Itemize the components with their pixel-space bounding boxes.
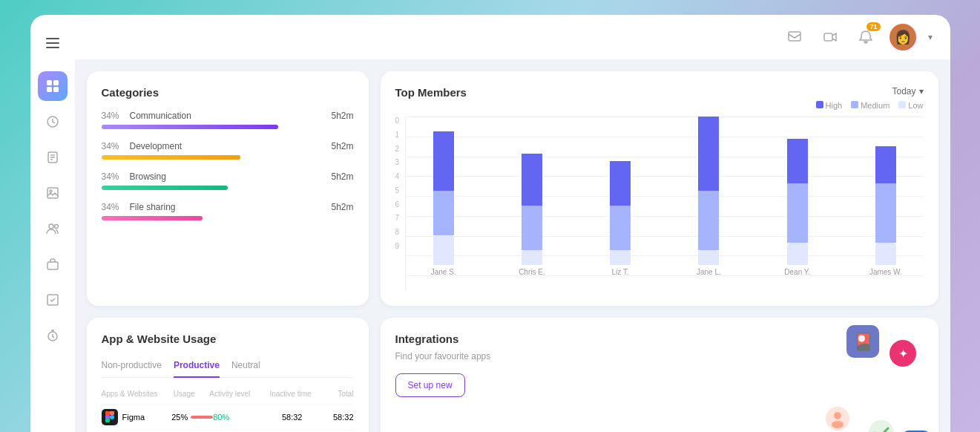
category-row-browsing: 34% Browsing 5h2m <box>102 171 354 190</box>
topbar: 71 👩 ▾ <box>75 15 950 59</box>
bar-medium <box>433 191 454 235</box>
integration-icon-person <box>826 407 849 432</box>
category-row-development: 34% Development 5h2m <box>102 141 354 160</box>
sidebar-item-reports[interactable] <box>38 143 68 172</box>
bar-label: Liz T. <box>612 268 629 276</box>
app-usage-tabs: Non-productive Productive Neutral <box>102 360 354 378</box>
bar-jane-s: Jane S. <box>406 131 481 276</box>
bar-medium <box>610 206 631 250</box>
app-usage-card: App & Website Usage Non-productive Produ… <box>87 318 369 432</box>
sidebar-item-tasks[interactable] <box>38 285 68 315</box>
category-name: Development <box>130 141 332 151</box>
sidebar <box>30 15 75 432</box>
svg-point-37 <box>832 421 843 428</box>
inactive-col-figma: 58:32 <box>266 413 318 422</box>
table-header: Apps & Websites Usage Activity level Ina… <box>102 387 354 401</box>
category-name: Communication <box>130 111 332 121</box>
main-content: 71 👩 ▾ Categories 34% Communication 5h2m <box>75 15 950 432</box>
bar-chart: 9 8 7 6 5 4 3 2 1 0 <box>395 117 924 291</box>
total-col-figma: 58:32 <box>318 413 353 422</box>
y-axis: 9 8 7 6 5 4 3 2 1 0 <box>395 117 400 265</box>
svg-rect-17 <box>789 32 800 41</box>
inactive-time-figma: 58:32 <box>282 413 303 422</box>
svg-point-12 <box>54 225 58 229</box>
notification-count: 71 <box>866 22 880 31</box>
bar-low <box>610 250 631 265</box>
category-progress-bar <box>102 125 278 129</box>
bar-high <box>698 117 719 191</box>
avatar-image: 👩 <box>890 24 915 50</box>
figma-logo <box>102 409 118 425</box>
bar-dean-y: Dean Y. <box>760 139 835 276</box>
sidebar-item-media[interactable] <box>38 178 68 208</box>
setup-new-button[interactable]: Set up new <box>395 373 465 397</box>
sidebar-item-dashboard[interactable] <box>38 71 68 101</box>
sidebar-item-time[interactable] <box>38 107 68 137</box>
legend-low-dot <box>898 101 906 108</box>
bar-low <box>698 250 719 265</box>
activity-pct-figma: 80% <box>213 413 229 422</box>
notification-bell[interactable]: 71 <box>854 25 878 49</box>
category-name: Browsing <box>130 171 332 182</box>
bar-high <box>522 154 542 206</box>
integrations-card: Integrations Find your favourite apps Se… <box>381 318 938 432</box>
tab-non-productive[interactable]: Non-productive <box>102 360 162 378</box>
integrations-subtitle: Find your favourite apps <box>395 351 924 361</box>
hamburger-button[interactable] <box>39 30 66 56</box>
categories-card: Categories 34% Communication 5h2m 34% De… <box>87 71 369 306</box>
col-activity-header: Activity level <box>209 390 263 398</box>
chat-icon[interactable] <box>783 25 806 49</box>
svg-rect-21 <box>105 415 110 419</box>
top-members-card: Top Members Today ▾ High Medium Low <box>381 71 938 306</box>
bar-medium <box>875 183 896 243</box>
svg-rect-22 <box>105 419 110 422</box>
category-time: 5h2m <box>331 141 353 151</box>
svg-point-11 <box>49 224 53 229</box>
bar-label: James W. <box>869 268 902 276</box>
sidebar-item-projects[interactable] <box>38 249 68 279</box>
usage-bar-figma <box>191 416 213 419</box>
category-pct: 34% <box>102 171 124 182</box>
video-icon[interactable] <box>818 25 842 49</box>
tab-neutral[interactable]: Neutral <box>231 360 260 378</box>
bar-low <box>433 235 454 265</box>
category-row-filesharing: 34% File sharing 5h2m <box>102 202 354 220</box>
category-progress-bar <box>102 155 240 160</box>
category-pct: 34% <box>102 202 124 212</box>
sidebar-item-users[interactable] <box>38 214 68 243</box>
svg-text:✦: ✦ <box>898 347 907 360</box>
chart-legend: High Medium Low <box>816 101 924 110</box>
integration-icon-checkmark <box>869 420 894 432</box>
integration-icon-1: 🎴 <box>846 325 879 361</box>
bar-james-w: James W. <box>848 146 923 276</box>
col-app-header: Apps & Websites <box>102 390 174 398</box>
user-menu-chevron[interactable]: ▾ <box>928 32 933 42</box>
bar-high <box>875 146 896 183</box>
col-total-header: Total <box>318 390 354 398</box>
activity-col-figma: 80% <box>213 413 266 422</box>
tab-productive[interactable]: Productive <box>174 360 220 378</box>
category-pct: 34% <box>102 141 124 151</box>
integration-icon-2: ✦ <box>889 340 916 370</box>
bar-label: Dean Y. <box>784 268 810 276</box>
sidebar-item-timer[interactable] <box>38 321 68 350</box>
bar-jane-l: Jane L. <box>671 117 746 276</box>
bar-high <box>610 161 631 206</box>
category-progress-bar <box>102 216 203 220</box>
legend-medium-dot <box>851 101 858 108</box>
category-time: 5h2m <box>331 171 353 182</box>
app-name-figma: Figma <box>122 413 145 422</box>
bar-high <box>433 131 454 191</box>
svg-point-36 <box>834 412 841 419</box>
category-time: 5h2m <box>331 202 353 212</box>
category-name: File sharing <box>130 202 332 212</box>
legend-high-dot <box>816 101 823 108</box>
category-time: 5h2m <box>331 111 353 121</box>
col-inactive-header: Inactive time <box>263 390 318 398</box>
period-selector[interactable]: Today ▾ <box>892 86 923 96</box>
svg-rect-13 <box>47 262 58 269</box>
svg-point-23 <box>110 415 114 419</box>
user-avatar[interactable]: 👩 <box>889 24 916 50</box>
svg-rect-0 <box>47 80 52 85</box>
categories-title: Categories <box>102 86 354 99</box>
